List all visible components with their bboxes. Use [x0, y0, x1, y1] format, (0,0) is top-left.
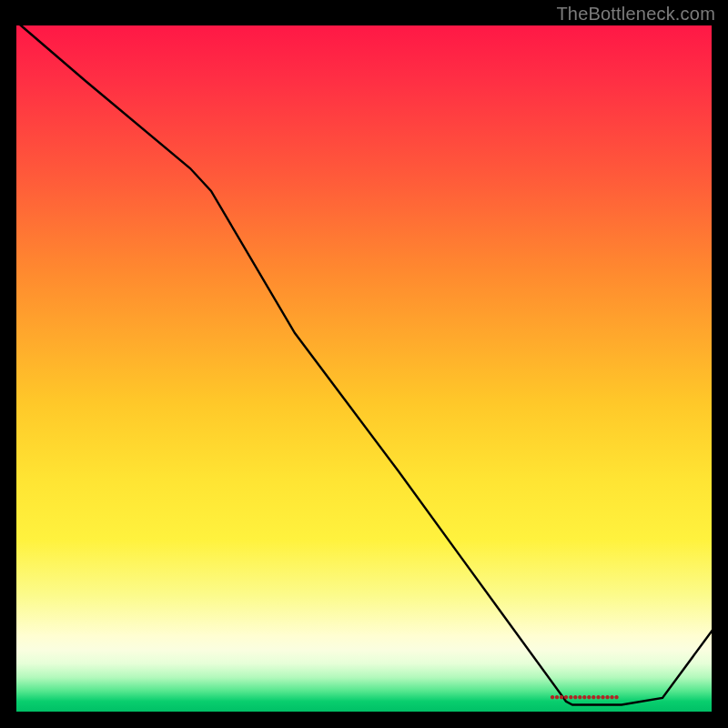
watermark-text: TheBottleneck.com: [556, 4, 715, 25]
x-axis-marker: ●●●●●●●●●●●●●●●: [550, 692, 619, 702]
chart-canvas: ●●●●●●●●●●●●●●● TheBottleneck.com: [0, 0, 728, 728]
plot-area: ●●●●●●●●●●●●●●●: [16, 25, 712, 712]
line-series: [16, 25, 712, 712]
curve-path: [15, 20, 713, 705]
